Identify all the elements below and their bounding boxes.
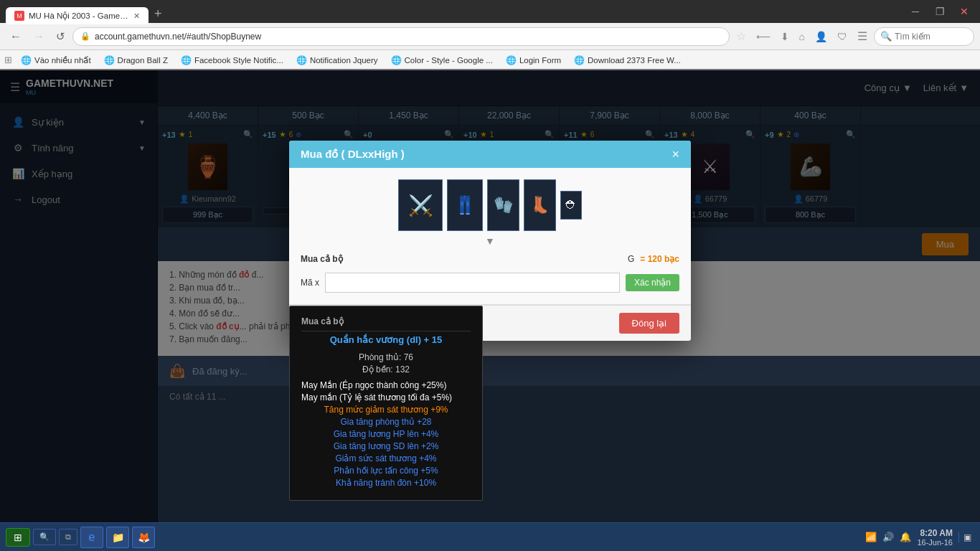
gold-amount: = 120 bạc xyxy=(640,254,679,264)
code-label: Mã x xyxy=(301,278,319,288)
tooltip-stat-1: May mắn (Tỷ lệ sát thương tối đa +5%) xyxy=(301,392,471,402)
bookmark-icon-1: 🌐 xyxy=(104,55,115,65)
modal-body: ⚔️ 👖 🧤 👢 ⛑ ▼ Mua cả bộ G = 120 bạc xyxy=(289,168,691,305)
taskbar-clock[interactable]: 8:20 AM 16-Jun-16 xyxy=(917,528,953,547)
bookmark-star-button[interactable]: ☆ xyxy=(732,27,750,45)
scroll-down-icon: ▼ xyxy=(301,235,679,247)
tooltip-stat-3: Gia tăng phòng thủ +28 xyxy=(301,417,471,427)
taskbar-left: ⊞ 🔍 ⧉ e 📁 🦊 xyxy=(0,527,857,548)
modal-close-x-button[interactable]: × xyxy=(672,148,679,161)
search-icon: 🔍 xyxy=(880,31,892,42)
notification-icon: 🔔 xyxy=(900,532,911,542)
modal-overlay: Mua đồ ( DLxxHigh ) × ⚔️ 👖 🧤 👢 ⛑ ▼ Mua c… xyxy=(0,69,980,522)
reload-button[interactable]: ↺ xyxy=(52,28,70,45)
tooltip-stat-4: Gia tăng lương HP lên +4% xyxy=(301,429,471,439)
tooltip-stat-0: May Mắn (Ép ngọc thành công +25%) xyxy=(301,380,471,390)
taskbar-firefox-icon[interactable]: 🦊 xyxy=(132,527,155,548)
taskbar-task-view-button[interactable]: ⧉ xyxy=(59,529,77,545)
menu-button[interactable]: ☰ xyxy=(854,27,871,45)
tooltip-phong-thu: Phòng thủ: 76 xyxy=(301,352,471,362)
new-tab-button[interactable]: + xyxy=(149,6,168,22)
bookmark-facebook-style[interactable]: 🌐 Facebook Style Notific... xyxy=(175,54,289,67)
clock-time: 8:20 AM xyxy=(917,528,953,538)
history-button[interactable]: ⟵ xyxy=(753,29,774,44)
tab-title: MU Hà Nội 2003 - Gameth... xyxy=(29,11,129,21)
taskbar-search-button[interactable]: 🔍 xyxy=(33,529,56,545)
close-button[interactable]: ✕ xyxy=(954,5,974,18)
buy-set-label: Mua cả bộ xyxy=(301,254,343,264)
modal-item-helm: ⛑ xyxy=(560,191,582,220)
tooltip-do-ben: Độ bền: 132 xyxy=(301,364,471,375)
close-modal-button[interactable]: Đóng lại xyxy=(619,313,679,334)
sync-button[interactable]: 👤 xyxy=(811,29,831,44)
search-input[interactable] xyxy=(895,32,966,42)
lock-icon: 🔒 xyxy=(80,32,90,41)
modal-dialog: Mua đồ ( DLxxHigh ) × ⚔️ 👖 🧤 👢 ⛑ ▼ Mua c… xyxy=(289,141,691,341)
taskbar-ie-icon[interactable]: e xyxy=(80,527,103,548)
item-tooltip: Mua cả bộ Quần hắc vương (dl) + 15 Phòng… xyxy=(289,306,483,501)
bookmark-notification-jquery[interactable]: 🌐 Notification Jquery xyxy=(291,54,384,67)
code-row: Mã x Xác nhận xyxy=(301,273,679,293)
bookmark-vao-nhieu-nhat[interactable]: 🌐 Vào nhiều nhất xyxy=(15,54,97,67)
bookmark-icon-6: 🌐 xyxy=(574,55,585,65)
bookmark-login-form[interactable]: 🌐 Login Form xyxy=(500,54,567,67)
modal-header: Mua đồ ( DLxxHigh ) × xyxy=(289,141,691,168)
clock-date: 16-Jun-16 xyxy=(917,538,953,547)
bookmark-icon-5: 🌐 xyxy=(506,55,517,65)
tab-close-btn[interactable]: ✕ xyxy=(133,11,140,21)
taskbar-right: 📶 🔊 🔔 8:20 AM 16-Jun-16 ▣ xyxy=(857,528,980,547)
minimize-button[interactable]: ─ xyxy=(905,5,925,18)
forward-button[interactable]: → xyxy=(29,28,49,45)
apps-icon: ⊞ xyxy=(4,55,12,65)
code-input[interactable] xyxy=(325,273,620,293)
tooltip-stat-5: Gia tăng lương SD lên +2% xyxy=(301,441,471,451)
bookmark-icon-2: 🌐 xyxy=(181,55,192,65)
modal-title: Mua đồ ( DLxxHigh ) xyxy=(301,148,405,161)
bookmark-icon-4: 🌐 xyxy=(391,55,402,65)
tooltip-stat-2: Tăng mức giảm sát thương +9% xyxy=(301,405,471,415)
tooltip-stat-6: Giảm sức sát thương +4% xyxy=(301,453,471,463)
gold-info-row: Mua cả bộ G = 120 bạc xyxy=(301,251,679,267)
network-icon: 📶 xyxy=(865,532,877,542)
modal-item-pants: 👖 xyxy=(447,179,483,231)
tooltip-stat-8: Khả năng tránh đòn +10% xyxy=(301,478,471,488)
browser-tab[interactable]: M MU Hà Nội 2003 - Gameth... ✕ xyxy=(6,7,149,24)
bookmark-download[interactable]: 🌐 Download 2373 Free W... xyxy=(568,54,687,67)
back-button[interactable]: ← xyxy=(6,28,26,45)
buy-set-header: Mua cả bộ xyxy=(301,316,471,331)
speaker-icon: 🔊 xyxy=(882,532,894,542)
shield-button[interactable]: 🛡 xyxy=(834,29,851,44)
address-input[interactable] xyxy=(95,32,722,42)
bookmark-dragon-ball[interactable]: 🌐 Dragon Ball Z xyxy=(98,54,174,67)
show-desktop-button[interactable]: ▣ xyxy=(958,532,971,542)
modal-item-armor: ⚔️ xyxy=(398,179,443,231)
bookmark-color-style[interactable]: 🌐 Color - Style - Google ... xyxy=(385,54,499,67)
modal-items-row: ⚔️ 👖 🧤 👢 ⛑ xyxy=(301,179,679,231)
verify-button[interactable]: Xác nhận xyxy=(626,274,679,291)
download-button[interactable]: ⬇ xyxy=(777,29,793,44)
restore-button[interactable]: ❐ xyxy=(930,5,950,18)
taskbar-file-explorer-icon[interactable]: 📁 xyxy=(106,527,129,548)
home-button[interactable]: ⌂ xyxy=(796,29,809,44)
tooltip-stat-7: Phản hồi lực tấn công +5% xyxy=(301,466,471,476)
start-button[interactable]: ⊞ xyxy=(6,528,30,547)
bookmark-icon-3: 🌐 xyxy=(296,55,307,65)
gold-info-text: G xyxy=(628,254,634,264)
windows-icon: ⊞ xyxy=(14,532,22,543)
tooltip-title: Quần hắc vương (dl) + 15 xyxy=(301,334,471,345)
modal-item-gloves: 🧤 xyxy=(487,179,519,231)
taskbar: ⊞ 🔍 ⧉ e 📁 🦊 📶 🔊 🔔 8:20 AM 16-Jun-16 xyxy=(0,522,980,551)
modal-item-boots: 👢 xyxy=(524,179,556,231)
bookmark-icon-0: 🌐 xyxy=(21,55,32,65)
